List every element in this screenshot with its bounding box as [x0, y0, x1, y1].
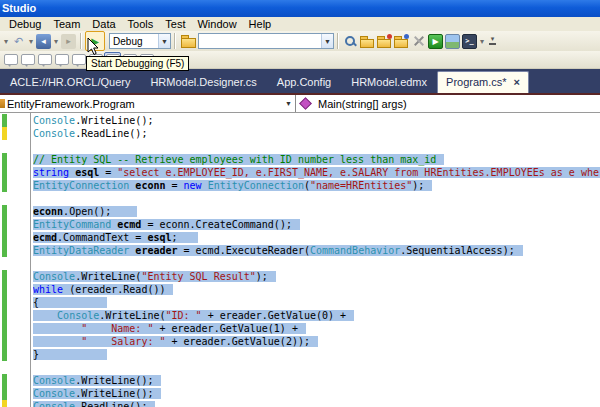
code-line[interactable]: Console.WriteLine("Entity SQL Result"); — [33, 270, 600, 283]
comment-bubble-icon[interactable] — [19, 52, 36, 68]
code-line[interactable]: ecmd.CommandText = esql; — [33, 231, 600, 244]
menu-item-data[interactable]: Data — [86, 17, 121, 31]
code-token: = econn.CreateCommand(); — [141, 219, 292, 230]
tab-hrmodel-edmx[interactable]: HRModel.edmx — [341, 76, 437, 93]
code-line[interactable]: string esql = "select e.EMPLOYEE_ID, e.F… — [33, 166, 600, 179]
tab-app-config[interactable]: App.Config — [267, 76, 341, 93]
change-bar — [2, 335, 7, 348]
toolbar-overflow-icon[interactable]: ▾ — [489, 37, 496, 45]
code-line[interactable]: EntityCommand ecmd = econn.CreateCommand… — [33, 218, 600, 231]
code-text-area[interactable]: Console.WriteLine();Console.ReadLine();/… — [33, 114, 600, 407]
navigate-backward-icon[interactable]: ◂ — [36, 34, 51, 49]
comment-bubble-icon[interactable] — [36, 52, 53, 68]
code-line[interactable]: EntityDataReader ereader = ecmd.ExecuteR… — [33, 244, 600, 257]
code-token: .CommandText = — [57, 232, 147, 243]
code-line[interactable]: Console.WriteLine(); — [33, 114, 600, 127]
comment-bubble-icon[interactable] — [2, 52, 19, 68]
code-token: Console — [57, 310, 99, 321]
comment-bubble-icon[interactable] — [53, 52, 70, 68]
menu-item-test[interactable]: Test — [159, 17, 191, 31]
code-token: .WriteLine( — [75, 271, 141, 282]
types-combobox[interactable]: EntityFramework.Program ▼ — [0, 95, 295, 112]
code-line[interactable]: Console.WriteLine("ID: " + ereader.GetVa… — [33, 309, 600, 322]
code-token: new — [184, 180, 202, 191]
change-bar — [2, 348, 7, 361]
add-item-folder-icon[interactable] — [181, 35, 196, 48]
undo-icon[interactable]: ↶ — [11, 34, 26, 49]
solution-configurations-combobox[interactable]: Debug ▼ — [109, 33, 171, 49]
menu-item-tools[interactable]: Tools — [122, 17, 160, 31]
code-line[interactable]: { — [33, 296, 600, 309]
window-title: Studio — [2, 2, 36, 14]
change-bar — [2, 231, 7, 244]
command-window-icon[interactable]: >_ — [462, 34, 477, 49]
change-bar — [2, 179, 7, 192]
find-combobox[interactable]: ▼ — [198, 33, 334, 49]
toolbox-image-icon[interactable] — [445, 34, 460, 49]
dropdown-caret-icon[interactable]: ▾ — [480, 37, 484, 46]
code-line[interactable] — [33, 192, 600, 205]
code-line[interactable]: Console.WriteLine(); — [33, 374, 600, 387]
code-token: + ereader.GetValue(1) + — [153, 323, 298, 334]
chevron-down-icon[interactable]: ▼ — [158, 34, 170, 48]
dropdown-caret-icon[interactable]: ▾ — [29, 37, 33, 46]
dropdown-caret-icon[interactable]: ▾ — [54, 37, 58, 46]
code-token — [33, 310, 57, 321]
close-tab-icon[interactable]: × — [514, 76, 520, 88]
code-editor[interactable]: Console.WriteLine();Console.ReadLine();/… — [0, 113, 600, 407]
comment-bubble-icon[interactable] — [70, 52, 87, 68]
code-token: } — [33, 349, 99, 360]
menu-item-help[interactable]: Help — [243, 17, 278, 31]
change-bar — [2, 270, 7, 283]
code-token: econn — [135, 180, 165, 191]
change-bar — [2, 400, 7, 407]
dropdown-caret-icon[interactable]: ▾ — [4, 37, 8, 46]
code-line[interactable] — [33, 140, 600, 153]
code-line[interactable]: " Name: " + ereader.GetValue(1) + — [33, 322, 600, 335]
chevron-down-icon[interactable]: ▼ — [285, 100, 292, 107]
code-token: .WriteLine( — [99, 310, 165, 321]
members-combobox[interactable]: Main(string[] args) — [295, 95, 600, 112]
code-line[interactable] — [33, 257, 600, 270]
code-token: .ReadLine(); — [75, 128, 147, 139]
tab-program-cs[interactable]: Program.cs*× — [437, 71, 529, 93]
code-line[interactable]: Console.WriteLine(); — [33, 387, 600, 400]
menu-item-debug[interactable]: Debug — [3, 17, 47, 31]
code-line[interactable]: } — [33, 348, 600, 361]
code-line[interactable]: EntityConnection econn = new EntityConne… — [33, 179, 600, 192]
new-folder-icon[interactable] — [394, 34, 409, 49]
code-token: EntityConnection — [208, 180, 304, 191]
menu-item-team[interactable]: Team — [47, 17, 86, 31]
code-line[interactable]: while (ereader.Read()) — [33, 283, 600, 296]
find-icon[interactable] — [343, 34, 358, 49]
toolbar-separator — [80, 33, 82, 49]
change-bar — [2, 205, 7, 218]
title-bar[interactable]: Studio — [0, 0, 600, 17]
code-token: = — [99, 167, 117, 178]
code-line[interactable]: " Salary: " + ereader.GetValue(2)); — [33, 335, 600, 348]
options-tools-icon[interactable] — [411, 34, 426, 49]
code-line[interactable]: // Entity SQL -- Retrieve employees with… — [33, 153, 600, 166]
code-token: EntityCommand — [33, 219, 111, 230]
code-line[interactable]: Console.ReadLine(); — [33, 400, 600, 407]
code-token: ); — [412, 180, 424, 191]
tab-hrmodel-designer-cs[interactable]: HRModel.Designer.cs — [140, 76, 266, 93]
navigate-forward-icon[interactable]: ▸ — [61, 34, 76, 49]
code-line[interactable]: Console.ReadLine(); — [33, 127, 600, 140]
tab-label: ACLE://HR.ORCL/Query — [10, 76, 130, 88]
change-bar — [2, 166, 7, 179]
menu-item-window[interactable]: Window — [191, 17, 242, 31]
code-line[interactable]: econn.Open(); — [33, 205, 600, 218]
code-token: "Entity SQL Result" — [141, 271, 255, 282]
bubble-glyph — [21, 54, 35, 65]
add-new-item-icon[interactable] — [377, 34, 392, 49]
code-token: Console — [33, 401, 75, 407]
run-external-icon[interactable]: ▶ — [428, 34, 443, 49]
change-tracking-margin[interactable] — [0, 113, 31, 407]
open-file-icon[interactable] — [360, 34, 375, 49]
code-token: ); — [256, 271, 268, 282]
tab-acle-hr-orcl-query[interactable]: ACLE://HR.ORCL/Query — [0, 76, 140, 93]
code-line[interactable] — [33, 361, 600, 374]
code-token: " Salary: " — [81, 336, 165, 347]
chevron-down-icon[interactable]: ▼ — [321, 34, 333, 48]
